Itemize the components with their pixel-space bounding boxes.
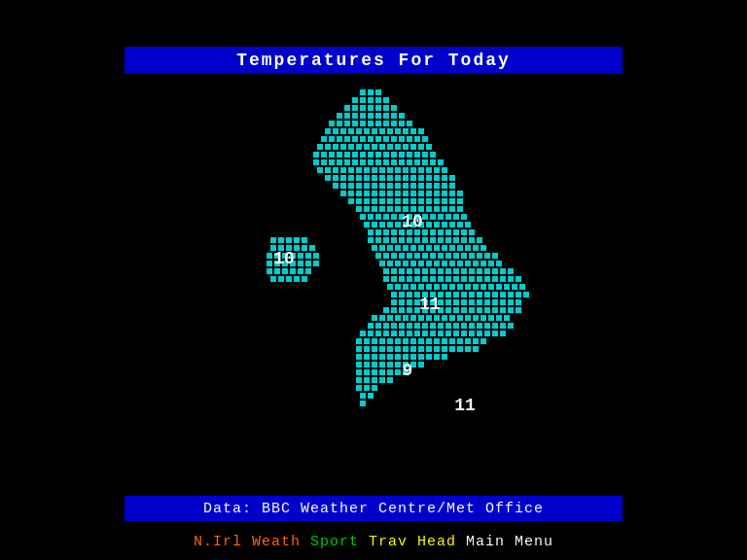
svg-rect-83	[352, 152, 358, 158]
svg-rect-541	[360, 393, 366, 399]
svg-rect-579	[302, 276, 307, 282]
svg-rect-470	[492, 331, 498, 336]
svg-rect-17	[344, 113, 350, 119]
map-container: 10 10 11 9 11	[0, 78, 747, 502]
svg-rect-412	[492, 307, 498, 313]
svg-rect-92	[422, 152, 428, 158]
svg-rect-273	[449, 245, 455, 251]
svg-rect-93	[430, 152, 436, 158]
svg-rect-351	[434, 284, 440, 290]
svg-rect-42	[372, 128, 377, 134]
svg-rect-478	[403, 338, 409, 344]
svg-rect-371	[453, 292, 459, 298]
svg-rect-486	[465, 338, 471, 344]
svg-rect-575	[270, 276, 276, 282]
svg-rect-392	[477, 299, 482, 305]
svg-rect-370	[445, 292, 451, 298]
svg-rect-149	[364, 183, 370, 189]
svg-rect-525	[418, 362, 424, 368]
svg-rect-95	[321, 159, 327, 165]
svg-rect-286	[438, 253, 444, 259]
svg-rect-157	[426, 183, 432, 189]
svg-rect-205	[457, 206, 463, 212]
svg-rect-145	[333, 183, 338, 189]
svg-rect-247	[469, 229, 475, 235]
svg-rect-16	[337, 113, 342, 119]
svg-rect-120	[387, 167, 393, 173]
svg-rect-318	[445, 268, 451, 274]
svg-rect-291	[477, 253, 482, 259]
nav-main-menu[interactable]: Main Menu	[466, 534, 553, 550]
svg-rect-508	[379, 354, 385, 360]
svg-rect-71	[379, 144, 385, 150]
svg-rect-493	[387, 346, 393, 352]
svg-rect-365	[407, 292, 412, 298]
svg-rect-74	[403, 144, 409, 150]
nav-n-ireland[interactable]: N.Irl	[194, 534, 242, 550]
svg-rect-258	[445, 237, 451, 243]
svg-rect-23	[391, 113, 397, 119]
svg-rect-571	[282, 268, 288, 274]
svg-rect-70	[372, 144, 377, 150]
svg-rect-76	[418, 144, 424, 150]
nav-sport[interactable]: Sport	[310, 534, 359, 550]
svg-rect-450	[492, 323, 498, 329]
svg-rect-82	[344, 152, 350, 158]
svg-rect-269	[418, 245, 424, 251]
svg-rect-103	[383, 159, 389, 165]
svg-rect-331	[414, 276, 420, 282]
svg-rect-395	[500, 299, 506, 305]
svg-rect-578	[294, 276, 300, 282]
svg-rect-135	[379, 175, 385, 181]
svg-rect-569	[267, 268, 272, 274]
svg-rect-31	[375, 121, 381, 126]
svg-rect-160	[449, 183, 455, 189]
svg-rect-320	[461, 268, 467, 274]
svg-rect-393	[484, 299, 490, 305]
svg-rect-526	[356, 369, 362, 375]
svg-rect-372	[461, 292, 467, 298]
svg-rect-491	[372, 346, 377, 352]
svg-rect-163	[356, 191, 362, 196]
svg-rect-434	[368, 323, 374, 329]
svg-rect-454	[368, 331, 374, 336]
svg-rect-282	[407, 253, 412, 259]
nav-travel[interactable]: Trav	[369, 534, 408, 550]
nav-head[interactable]: Head	[417, 534, 456, 550]
svg-rect-251	[391, 237, 397, 243]
svg-rect-427	[457, 315, 463, 321]
svg-rect-130	[340, 175, 346, 181]
svg-rect-63	[317, 144, 323, 150]
svg-rect-397	[516, 299, 521, 305]
svg-rect-180	[372, 198, 377, 204]
svg-rect-416	[372, 315, 377, 321]
svg-rect-43	[379, 128, 385, 134]
svg-rect-260	[461, 237, 467, 243]
svg-rect-333	[430, 276, 436, 282]
nav-bar[interactable]: N.Irl Weath Sport Trav Head Main Menu	[124, 534, 622, 550]
svg-rect-342	[500, 276, 506, 282]
svg-rect-303	[449, 261, 455, 266]
svg-rect-169	[403, 191, 409, 196]
svg-rect-132	[356, 175, 362, 181]
svg-rect-29	[360, 121, 366, 126]
svg-rect-131	[348, 175, 354, 181]
svg-rect-267	[403, 245, 409, 251]
svg-rect-343	[508, 276, 514, 282]
svg-rect-127	[442, 167, 447, 173]
svg-rect-161	[340, 191, 346, 196]
svg-rect-12	[368, 105, 374, 111]
svg-rect-155	[410, 183, 416, 189]
svg-rect-186	[418, 198, 424, 204]
svg-rect-438	[399, 323, 405, 329]
svg-rect-515	[434, 354, 440, 360]
svg-rect-292	[484, 253, 490, 259]
svg-rect-345	[387, 284, 393, 290]
svg-rect-426	[449, 315, 455, 321]
nav-weather[interactable]: Weath	[252, 534, 301, 550]
svg-rect-512	[410, 354, 416, 360]
svg-rect-184	[403, 198, 409, 204]
svg-rect-159	[442, 183, 447, 189]
svg-rect-221	[372, 222, 377, 228]
svg-rect-244	[445, 229, 451, 235]
